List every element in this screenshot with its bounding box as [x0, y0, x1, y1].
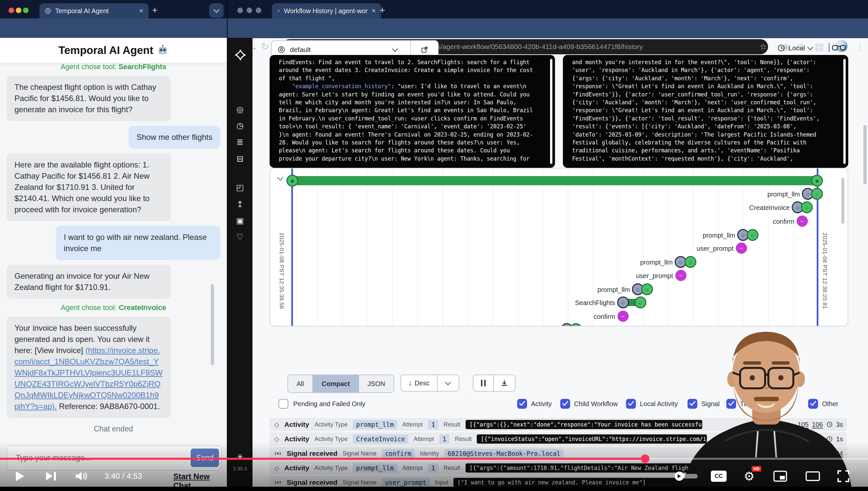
code-line: and month you're interested in for the e… [572, 58, 848, 66]
close-window-button[interactable] [8, 7, 14, 13]
type-label: Activity [531, 399, 552, 409]
time-display: 3:40 / 4:53 [104, 472, 142, 481]
type-checkbox-local-activity[interactable] [626, 399, 636, 409]
activity-completed-marker[interactable]: ◇ [634, 296, 646, 308]
tab-close-icon[interactable]: × [372, 7, 376, 15]
timeline-panel: 2025-01-08 PST 12:35:38.562025-01-08 PST… [270, 168, 848, 326]
pause-feed-button[interactable] [473, 375, 493, 391]
zoom-window-button[interactable] [256, 7, 261, 13]
workflow-start-marker[interactable]: ◉ [286, 175, 298, 186]
autoplay-knob[interactable] [675, 471, 684, 481]
import-icon[interactable]: ↥ [227, 200, 252, 208]
favorites-icon[interactable]: ♡ [227, 233, 252, 241]
collapse-chevron-icon[interactable] [278, 175, 282, 181]
volume-icon[interactable] [75, 470, 88, 482]
activity-scheduled-marker[interactable]: ◇ [617, 296, 629, 308]
workflow-input-code-block[interactable]: FindEvents: Find an event to travel to 2… [270, 55, 555, 168]
labs-glasses-icon[interactable] [832, 44, 846, 53]
activity-completed-marker[interactable]: ◇ [641, 283, 653, 295]
workflows-icon[interactable]: ◎ [227, 105, 252, 114]
timeline-scrollbar[interactable] [841, 178, 844, 224]
sort-options-chevron[interactable] [438, 375, 459, 391]
new-tab-button[interactable]: + [379, 5, 385, 16]
code-scrollbar[interactable] [550, 59, 552, 164]
event-type-label: Activity [284, 421, 309, 429]
code-line: provide your departure city?\n user: New… [279, 155, 555, 163]
signal-marker[interactable]: •• [736, 242, 747, 254]
schedules-icon[interactable]: ◷ [227, 121, 252, 129]
pending-failed-checkbox[interactable] [278, 399, 288, 409]
code-line: {'city': 'Auckland', 'month': 'March'}, … [572, 98, 848, 106]
next-button[interactable] [45, 471, 57, 481]
left-browser-window: Temporal AI Agent × + ← → ↻ ⓘ localhost:… [0, 0, 227, 491]
close-window-button[interactable] [237, 7, 243, 13]
view-tab-json[interactable]: JSON [359, 375, 394, 392]
minimize-window-button[interactable] [247, 7, 252, 13]
temporal-sidebar: 2.30.3 ◎◷≣⊟◰↥▣♡☀ [227, 38, 252, 491]
activity-completed-marker[interactable]: ◇ [685, 256, 696, 268]
play-button[interactable] [15, 470, 25, 482]
hd-badge: HD [752, 466, 761, 471]
external-link-icon [421, 46, 428, 53]
bookmark-star-icon[interactable]: ☆ [760, 41, 767, 52]
timeline-row-label: prompt_llm [526, 326, 559, 327]
type-checkbox-activity[interactable] [517, 399, 527, 409]
timeline-row-label: CreateInvoice [749, 204, 790, 211]
gridline [693, 169, 693, 326]
miniplayer-button[interactable] [773, 470, 787, 482]
settings-gear-icon[interactable]: ⚙HD [744, 469, 754, 484]
activity-completed-marker[interactable]: ◇ [801, 201, 813, 213]
namespace-icon [278, 46, 285, 54]
user-message-bubble: I want to go with air new zealand. Pleas… [56, 226, 220, 260]
timeline-row-label: prompt_llm [640, 259, 673, 266]
workflow-end-marker[interactable]: ◉ [811, 175, 823, 186]
view-tab-compact[interactable]: Compact [313, 375, 359, 392]
activity-completed-marker[interactable]: ◇ [570, 323, 582, 326]
reload-icon[interactable]: ↻ [261, 41, 269, 52]
activity-completed-marker[interactable]: ◇ [747, 229, 758, 241]
browser-menu-icon[interactable]: ⋮ [855, 41, 864, 52]
code-line: 'response': \"Great! Let's find an event… [572, 82, 848, 90]
new-tab-button[interactable]: + [152, 5, 158, 16]
browser-tab[interactable]: Temporal AI Agent × [39, 3, 149, 19]
fullscreen-button[interactable] [837, 470, 849, 483]
type-checkbox-child-workflow[interactable] [560, 399, 570, 409]
code-line: 28. Would you like to search for flights… [279, 139, 555, 146]
zoom-window-button[interactable] [23, 7, 29, 13]
field-value-chip: 1 [428, 420, 438, 429]
events-card-icon[interactable]: ▣ [227, 216, 252, 225]
timezone-selector[interactable]: Local [777, 44, 812, 52]
tool-label-prefix: Agent chose tool: [61, 62, 118, 71]
signal-marker[interactable]: •• [797, 215, 808, 227]
chevron-down-icon [392, 46, 398, 52]
progress-playhead[interactable] [641, 455, 649, 463]
signal-marker[interactable]: •• [675, 270, 686, 281]
timeline-start-timestamp: 2025-01-08 PST 12:35:38.56 [278, 233, 285, 309]
user-message-bubble: Show me other flights [129, 126, 220, 149]
minimize-window-button[interactable] [16, 7, 21, 13]
workflow-result-code-block[interactable]: and month you're interested in for the e… [563, 55, 848, 168]
activity-completed-marker[interactable]: ◇ [811, 188, 823, 200]
message-text: Reference: 9AB8A670-0001. [57, 402, 160, 411]
signal-marker[interactable]: •• [617, 311, 629, 322]
code-scrollbar[interactable] [843, 59, 846, 164]
chat-scrollbar[interactable] [211, 284, 214, 365]
gridline [342, 169, 343, 326]
timeline-row-label: confirm [593, 313, 615, 320]
extensions-icon[interactable]: ▤ [815, 41, 824, 52]
tab-close-icon[interactable]: × [139, 7, 143, 15]
sort-control[interactable]: ↓Desc [400, 375, 459, 392]
browser-tab[interactable]: Workflow History | agent-wor × [272, 3, 381, 19]
tab-search-chevron[interactable] [209, 3, 224, 18]
page-scrollbar[interactable] [863, 125, 867, 184]
view-tab-all[interactable]: All [288, 375, 313, 392]
theater-mode-button[interactable] [806, 471, 820, 481]
archive-icon[interactable]: ⊟ [227, 155, 252, 163]
stack-icon[interactable]: ≣ [227, 138, 252, 146]
download-history-button[interactable] [494, 375, 515, 391]
codec-icon[interactable]: ◰ [227, 183, 252, 192]
invoice-link[interactable]: (https://invoice.stripe.com/i/acct_1NBOL… [14, 346, 162, 411]
open-namespace-button[interactable] [411, 46, 438, 53]
captions-button[interactable]: CC [711, 470, 726, 482]
activity-scheduled-marker[interactable]: ◇ [561, 323, 573, 326]
